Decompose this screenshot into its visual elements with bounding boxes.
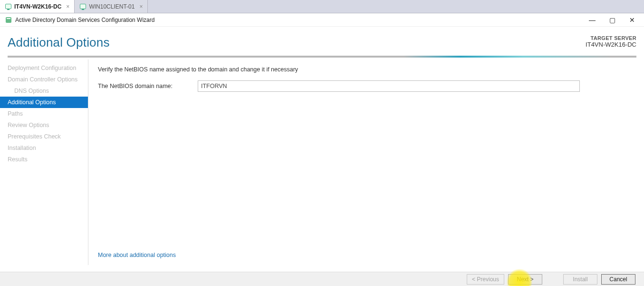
sidebar-item-domain-controller-options[interactable]: Domain Controller Options (0, 74, 88, 85)
vm-tab-inactive[interactable]: WIN10CLIENT-01 × (75, 0, 148, 13)
netbios-field-label: The NetBIOS domain name: (98, 83, 193, 89)
install-button: Install (563, 274, 597, 285)
vm-tab-active[interactable]: IT4VN-W2K16-DC × (0, 0, 75, 13)
window-controls: — ▢ ✕ (588, 16, 639, 24)
target-server-box: TARGET SERVER IT4VN-W2K16-DC (586, 35, 636, 48)
netbios-input[interactable] (198, 80, 580, 92)
instruction-text: Verify the NetBIOS name assigned to the … (98, 66, 636, 73)
wizard-content: Deployment Configuration Domain Controll… (0, 59, 636, 265)
close-button[interactable]: ✕ (628, 16, 636, 24)
monitor-icon (79, 3, 86, 10)
close-icon[interactable]: × (139, 3, 143, 10)
wizard-main: Verify the NetBIOS name assigned to the … (88, 59, 636, 265)
page-header: Additional Options TARGET SERVER IT4VN-W… (0, 27, 644, 52)
monitor-icon (5, 3, 11, 10)
netbios-field-row: The NetBIOS domain name: (98, 80, 636, 92)
sidebar-item-prerequisites-check[interactable]: Prerequisites Check (0, 131, 88, 142)
vm-tab-label: IT4VN-W2K16-DC (14, 3, 61, 10)
target-server-label: TARGET SERVER (586, 35, 636, 41)
next-button[interactable]: Next > (508, 274, 542, 285)
more-about-link[interactable]: More about additional options (98, 252, 176, 258)
sidebar-item-deployment-configuration[interactable]: Deployment Configuration (0, 62, 88, 74)
close-icon[interactable]: × (66, 3, 69, 10)
cancel-button[interactable]: Cancel (601, 274, 635, 285)
window-titlebar: Active Directory Domain Services Configu… (0, 13, 644, 27)
wizard-footer: < Previous Next > Install Cancel (0, 272, 644, 286)
maximize-button[interactable]: ▢ (608, 16, 616, 24)
minimize-button[interactable]: — (588, 16, 596, 24)
vm-tabbar: IT4VN-W2K16-DC × WIN10CLIENT-01 × (0, 0, 644, 13)
header-divider (8, 56, 636, 58)
vm-tab-label: WIN10CLIENT-01 (89, 3, 135, 10)
app-icon (5, 16, 12, 24)
target-server-name: IT4VN-W2K16-DC (586, 41, 636, 48)
sidebar-item-results[interactable]: Results (0, 154, 88, 165)
wizard-sidebar: Deployment Configuration Domain Controll… (0, 59, 88, 265)
previous-button[interactable]: < Previous (467, 274, 504, 285)
window-title: Active Directory Domain Services Configu… (15, 17, 588, 23)
sidebar-item-additional-options[interactable]: Additional Options (0, 97, 88, 108)
sidebar-item-dns-options[interactable]: DNS Options (0, 85, 88, 97)
sidebar-item-installation[interactable]: Installation (0, 142, 88, 154)
sidebar-item-review-options[interactable]: Review Options (0, 119, 88, 131)
page-title: Additional Options (8, 35, 110, 50)
sidebar-item-paths[interactable]: Paths (0, 108, 88, 119)
